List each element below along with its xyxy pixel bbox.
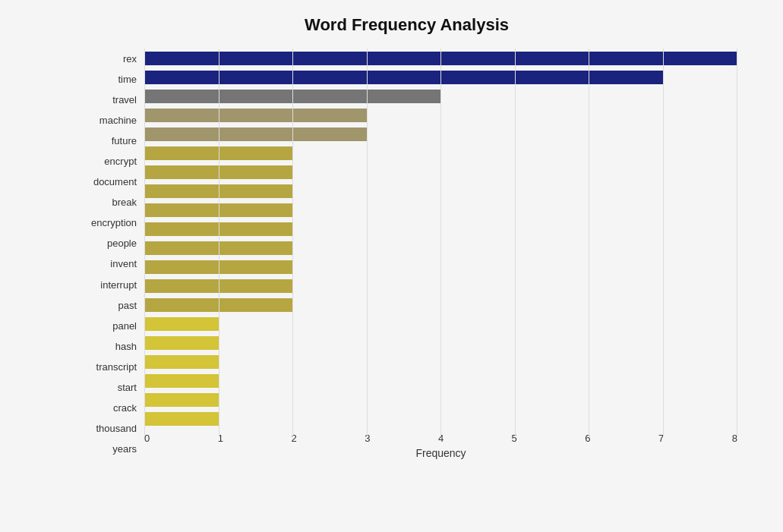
bar-row	[144, 183, 737, 200]
bar-row	[144, 278, 737, 294]
x-tick-label: 3	[365, 433, 370, 444]
bar-row	[144, 126, 737, 143]
y-label: past	[118, 301, 137, 310]
bottom-area: 012345678 Frequency	[144, 428, 737, 459]
bar	[144, 279, 292, 293]
y-label: panel	[112, 321, 137, 331]
bar-row	[144, 259, 737, 275]
bars-and-grid: 012345678 Frequency	[144, 49, 737, 459]
bar	[144, 241, 292, 255]
x-tick-label: 1	[218, 433, 223, 444]
y-label: encrypt	[104, 156, 137, 166]
x-tick-label: 0	[144, 433, 150, 444]
bar	[144, 52, 737, 65]
y-label: rex	[123, 54, 137, 64]
bar-row	[144, 411, 737, 427]
bar-row	[144, 202, 737, 219]
y-label: crack	[113, 403, 137, 413]
chart-area: rextimetravelmachinefutureencryptdocumen…	[76, 49, 737, 459]
bar	[144, 317, 219, 331]
bar-row	[144, 297, 737, 313]
y-label: transcript	[96, 362, 137, 372]
bar-row	[144, 335, 737, 351]
bar	[144, 146, 292, 160]
bar-row	[144, 240, 737, 257]
y-label: machine	[99, 115, 137, 125]
chart-container: Word Frequency Analysis rextimetravelmac…	[0, 0, 783, 532]
x-tick-label: 2	[291, 433, 296, 444]
y-label: future	[112, 136, 137, 146]
y-label: break	[112, 197, 137, 207]
bar-row	[144, 88, 737, 105]
bar-row	[144, 392, 737, 408]
y-label: interrupt	[100, 280, 137, 290]
bar	[144, 393, 219, 407]
bar	[144, 165, 292, 179]
x-tick-label: 7	[658, 433, 664, 444]
bars-wrapper	[144, 49, 737, 428]
x-axis-title: Frequency	[144, 447, 737, 459]
bar-row	[144, 221, 737, 238]
bar	[144, 298, 292, 312]
bar	[144, 71, 663, 84]
x-tick-label: 6	[585, 433, 590, 444]
chart-title: Word Frequency Analysis	[76, 15, 737, 35]
x-axis-labels: 012345678	[144, 428, 737, 444]
y-label: encryption	[91, 218, 137, 228]
bar	[144, 355, 219, 369]
bar	[144, 336, 219, 350]
bar-row	[144, 69, 737, 86]
bar	[144, 203, 292, 217]
x-tick-label: 4	[438, 433, 444, 444]
bar-row	[144, 316, 737, 332]
bar-row	[144, 354, 737, 370]
y-labels: rextimetravelmachinefutureencryptdocumen…	[76, 49, 144, 459]
bar-row	[144, 107, 737, 124]
y-label: document	[93, 177, 137, 187]
y-label: people	[107, 238, 137, 248]
bar	[144, 90, 441, 103]
y-label: years	[112, 444, 137, 454]
bar-row	[144, 145, 737, 162]
bar	[144, 184, 292, 198]
y-label: invent	[110, 259, 137, 269]
bar-row	[144, 164, 737, 181]
bar	[144, 222, 292, 236]
y-label: hash	[115, 342, 137, 351]
bar-row	[144, 373, 737, 389]
bar	[144, 109, 367, 122]
bar	[144, 412, 219, 426]
bar-row	[144, 50, 737, 67]
bar	[144, 127, 367, 141]
y-label: travel	[112, 95, 137, 105]
y-label: start	[118, 382, 137, 392]
x-tick-label: 8	[732, 433, 737, 444]
bar	[144, 374, 219, 388]
x-tick-label: 5	[512, 433, 517, 444]
y-label: thousand	[96, 423, 137, 433]
y-label: time	[118, 74, 137, 84]
bar	[144, 260, 292, 274]
